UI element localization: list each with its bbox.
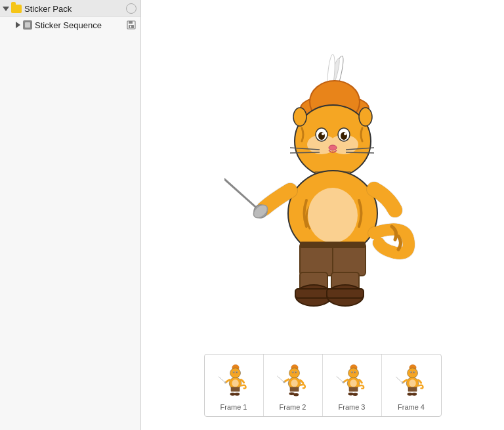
sidebar-item-sequence[interactable]: Sticker Sequence	[0, 17, 140, 33]
sequence-label: Sticker Sequence	[35, 20, 123, 30]
svg-rect-41	[327, 289, 364, 298]
svg-point-78	[351, 372, 352, 373]
sidebar-item-pack[interactable]: Sticker Pack	[0, 0, 140, 17]
svg-point-79	[354, 372, 355, 373]
frames-container: Frame 1	[204, 354, 442, 417]
svg-rect-85	[348, 387, 358, 391]
frame-3-label: Frame 3	[339, 403, 366, 411]
svg-rect-3	[130, 26, 131, 28]
svg-rect-103	[408, 393, 413, 395]
svg-point-64	[293, 374, 295, 374]
svg-rect-1	[129, 21, 133, 24]
canvas-area	[141, 0, 504, 354]
cat-illustration	[218, 39, 428, 315]
svg-line-30	[224, 167, 261, 211]
frame-thumb-3	[332, 360, 371, 399]
svg-line-99	[396, 377, 402, 383]
expand-triangle-icon[interactable]	[14, 22, 21, 28]
collapse-triangle-icon[interactable]	[3, 5, 9, 12]
svg-point-43	[230, 368, 240, 377]
svg-rect-101	[408, 387, 417, 391]
svg-point-94	[411, 372, 411, 373]
svg-point-21	[344, 133, 346, 135]
svg-point-13	[359, 108, 372, 126]
frame-item-4[interactable]: Frame 4	[382, 355, 441, 416]
svg-point-91	[408, 368, 418, 377]
frame-thumb-2	[273, 360, 312, 399]
comment-icon[interactable]	[126, 3, 136, 14]
svg-point-62	[292, 372, 293, 373]
svg-point-68	[283, 381, 285, 383]
svg-point-63	[295, 372, 296, 373]
svg-point-29	[308, 188, 358, 243]
frame-thumb-1	[214, 360, 253, 399]
frame-thumb-4	[392, 360, 431, 399]
svg-rect-57	[234, 393, 240, 395]
svg-point-46	[233, 372, 234, 373]
svg-rect-89	[352, 393, 358, 395]
svg-rect-73	[293, 393, 299, 395]
svg-point-20	[322, 133, 324, 135]
svg-point-75	[348, 368, 358, 377]
svg-rect-105	[411, 393, 417, 395]
svg-rect-87	[348, 393, 353, 394]
pack-label: Sticker Pack	[24, 4, 125, 14]
folder-icon	[11, 5, 22, 13]
frame-1-label: Frame 1	[220, 403, 247, 411]
svg-point-48	[234, 374, 236, 374]
svg-point-59	[289, 368, 299, 377]
svg-rect-35	[300, 242, 366, 248]
svg-point-12	[293, 108, 306, 126]
sequence-icon	[23, 20, 32, 30]
frame-item-2[interactable]: Frame 2	[264, 355, 323, 416]
svg-rect-69	[289, 387, 299, 391]
frame-4-label: Frame 4	[398, 403, 425, 411]
svg-point-95	[413, 372, 414, 373]
svg-point-47	[236, 372, 237, 373]
svg-point-98	[409, 379, 415, 387]
svg-line-67	[277, 376, 284, 381]
svg-point-50	[232, 379, 238, 387]
svg-rect-55	[230, 393, 235, 395]
svg-point-66	[291, 379, 297, 387]
svg-point-82	[350, 379, 356, 387]
main-content: Frame 1	[141, 0, 504, 430]
frames-strip: Frame 1	[141, 354, 504, 430]
svg-line-51	[219, 376, 225, 382]
svg-point-52	[224, 381, 226, 383]
svg-point-100	[402, 381, 404, 383]
svg-rect-53	[230, 387, 240, 391]
svg-point-22	[329, 145, 337, 150]
svg-point-80	[352, 374, 354, 374]
frame-item-3[interactable]: Frame 3	[323, 355, 382, 416]
svg-rect-71	[289, 393, 294, 394]
frame-item-1[interactable]: Frame 1	[205, 355, 264, 416]
sidebar: Sticker Pack Sticker Sequence	[0, 0, 141, 430]
svg-point-96	[412, 374, 413, 374]
svg-line-83	[336, 376, 343, 382]
svg-point-84	[342, 381, 344, 383]
save-icon[interactable]	[126, 20, 136, 30]
svg-line-24	[290, 152, 320, 153]
frame-2-label: Frame 2	[280, 403, 306, 411]
svg-line-26	[346, 152, 374, 153]
